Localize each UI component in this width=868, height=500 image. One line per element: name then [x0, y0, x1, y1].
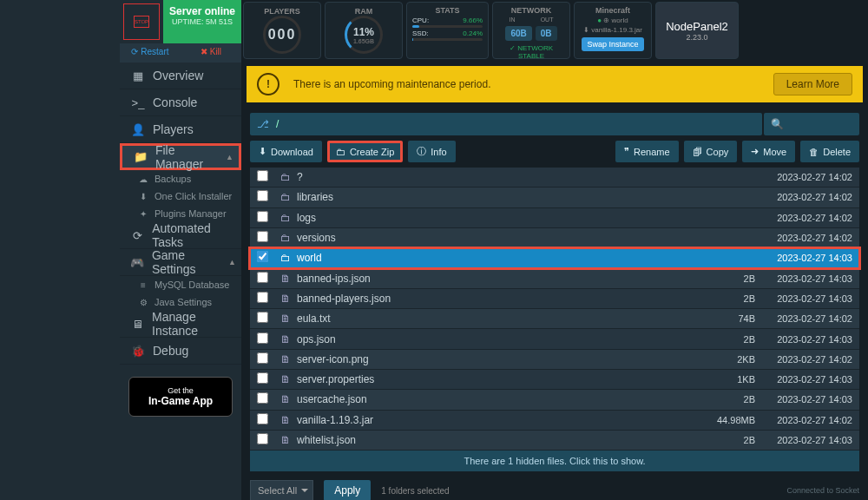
info-button[interactable]: ⓘInfo: [408, 141, 455, 162]
kill-button[interactable]: ✖ Kill: [181, 43, 241, 62]
learn-more-button[interactable]: Learn More: [773, 73, 852, 95]
create-zip-button[interactable]: 🗀Create Zip: [327, 141, 403, 162]
sidebar-item-automated-tasks[interactable]: ⟳Automated Tasks: [120, 222, 241, 249]
row-checkbox[interactable]: [250, 392, 274, 406]
file-row[interactable]: 🗎banned-ips.json2B2023-02-27 14:03: [250, 268, 859, 288]
file-name: eula.txt: [297, 312, 694, 325]
sidebar-sub-one-click-installer[interactable]: ⬇One Click Installer: [120, 188, 241, 205]
file-date: 2023-02-27 14:02: [755, 233, 859, 243]
row-checkbox[interactable]: [250, 413, 274, 427]
file-date: 2023-02-27 14:02: [755, 354, 859, 365]
file-size: 44.98MB: [694, 415, 755, 425]
debug-icon: 🐞: [128, 345, 148, 358]
file-row[interactable]: 🗀world2023-02-27 14:03: [250, 248, 859, 268]
file-row[interactable]: 🗎server.properties1KB2023-02-27 14:03: [250, 370, 859, 390]
file-date: 2023-02-27 14:03: [755, 273, 859, 284]
file-date: 2023-02-27 14:03: [755, 394, 859, 405]
stats-card: STATS CPU:9.66% SSD:0.24%: [406, 2, 489, 59]
row-checkbox[interactable]: [250, 332, 274, 346]
row-checkbox[interactable]: [250, 312, 274, 326]
row-checkbox[interactable]: [250, 352, 274, 366]
file-icon: 🗎: [274, 393, 297, 405]
sidebar-sub-backups[interactable]: ☁Backups: [120, 170, 241, 188]
overview-icon: ▦: [128, 69, 148, 82]
row-checkbox[interactable]: [250, 272, 274, 286]
row-checkbox[interactable]: [250, 433, 274, 447]
download-icon: ⬇: [259, 146, 266, 157]
file-date: 2023-02-27 14:03: [755, 293, 859, 304]
sidebar-sub-mysql-database[interactable]: ≡MySQL Database: [120, 276, 241, 293]
file-name: world: [297, 252, 694, 264]
search-input[interactable]: 🔍: [764, 113, 859, 135]
sidebar-item-file-manager[interactable]: 📁File Manager▲: [120, 143, 241, 170]
file-row[interactable]: 🗎whitelist.json2B2023-02-27 14:03: [250, 431, 859, 451]
file-row[interactable]: 🗎server-icon.png2KB2023-02-27 14:02: [250, 350, 859, 370]
sidebar-sub-plugins-manager[interactable]: ✦Plugins Manager: [120, 205, 241, 222]
move-button[interactable]: ➜Move: [742, 141, 795, 162]
sidebar-item-overview[interactable]: ▦Overview: [120, 62, 241, 89]
console-icon: >_: [128, 96, 148, 109]
file-row[interactable]: 🗎banned-players.json2B2023-02-27 14:03: [250, 289, 859, 309]
file-row[interactable]: 🗎eula.txt74B2023-02-27 14:02: [250, 309, 859, 329]
sidebar-item-players[interactable]: 👤Players: [120, 116, 241, 143]
select-all-dropdown[interactable]: Select All: [250, 480, 313, 500]
file-name: vanilla-1.19.3.jar: [297, 414, 694, 426]
manage-instance-icon: 🖥: [128, 318, 147, 331]
alert-icon: !: [257, 73, 279, 95]
file-size: 1KB: [694, 374, 755, 385]
file-icon: 🗎: [274, 373, 297, 385]
file-size: 2B: [694, 334, 755, 345]
file-manager-icon: 📁: [131, 150, 150, 163]
copy-button[interactable]: 🗐Copy: [684, 141, 738, 162]
stop-button[interactable]: STOP: [123, 3, 160, 40]
row-checkbox[interactable]: [250, 170, 274, 184]
file-row[interactable]: 🗎vanilla-1.19.3.jar44.98MB2023-02-27 14:…: [250, 411, 859, 431]
row-checkbox[interactable]: [250, 231, 274, 245]
row-checkbox[interactable]: [250, 292, 274, 306]
file-size: 2B: [694, 293, 755, 304]
rename-button[interactable]: ❞Rename: [615, 141, 679, 162]
swap-instance-button[interactable]: Swap Instance: [582, 37, 643, 51]
rename-icon: ❞: [624, 146, 629, 157]
folder-icon: 🗀: [274, 252, 297, 264]
ram-gauge: RAM 11%1.65GB: [325, 2, 403, 59]
folder-icon: 🗀: [274, 171, 297, 183]
delete-icon: 🗑: [809, 147, 819, 157]
file-size: 2B: [694, 394, 755, 405]
file-icon: 🗎: [274, 333, 297, 345]
restart-button[interactable]: ⟳ Restart: [120, 43, 181, 62]
sidebar-item-console[interactable]: >_Console: [120, 89, 241, 116]
file-icon: 🗎: [274, 353, 297, 365]
file-row[interactable]: 🗀libraries2023-02-27 14:02: [250, 188, 859, 207]
search-icon: 🔍: [771, 118, 784, 130]
delete-button[interactable]: 🗑Delete: [800, 141, 859, 162]
apply-button[interactable]: Apply: [324, 480, 371, 500]
file-name: whitelist.json: [297, 434, 694, 446]
file-size: 2B: [694, 435, 755, 445]
row-checkbox[interactable]: [250, 251, 274, 265]
sidebar-item-debug[interactable]: 🐞Debug: [120, 338, 241, 365]
file-date: 2023-02-27 14:02: [755, 172, 859, 182]
info-icon: ⓘ: [417, 145, 426, 158]
sidebar-item-game-settings[interactable]: 🎮Game Settings▲: [120, 249, 241, 276]
row-checkbox[interactable]: [250, 372, 274, 386]
automated-tasks-icon: ⟳: [128, 229, 147, 242]
sidebar-item-manage-instance[interactable]: 🖥Manage Instance: [120, 311, 241, 338]
sidebar-sub-java-settings[interactable]: ⚙Java Settings: [120, 293, 241, 311]
file-row[interactable]: 🗀?2023-02-27 14:02: [250, 168, 859, 188]
row-checkbox[interactable]: [250, 190, 274, 204]
move-icon: ➜: [751, 146, 759, 157]
zip-icon: 🗀: [336, 147, 345, 157]
file-date: 2023-02-27 14:02: [755, 213, 859, 223]
file-row[interactable]: 🗎usercache.json2B2023-02-27 14:03: [250, 390, 859, 410]
file-row[interactable]: 🗀logs2023-02-27 14:02: [250, 208, 859, 228]
file-name: usercache.json: [297, 393, 694, 405]
row-checkbox[interactable]: [250, 211, 274, 225]
in-game-app-button[interactable]: Get theIn-Game App: [128, 377, 233, 417]
hidden-files-bar[interactable]: There are 1 hidden files. Click this to …: [250, 451, 859, 471]
file-row[interactable]: 🗀versions2023-02-27 14:02: [250, 228, 859, 248]
file-icon: 🗎: [274, 312, 297, 325]
path-breadcrumb[interactable]: ⎇/: [250, 113, 762, 135]
download-button[interactable]: ⬇Download: [250, 141, 322, 162]
file-row[interactable]: 🗎ops.json2B2023-02-27 14:03: [250, 329, 859, 349]
